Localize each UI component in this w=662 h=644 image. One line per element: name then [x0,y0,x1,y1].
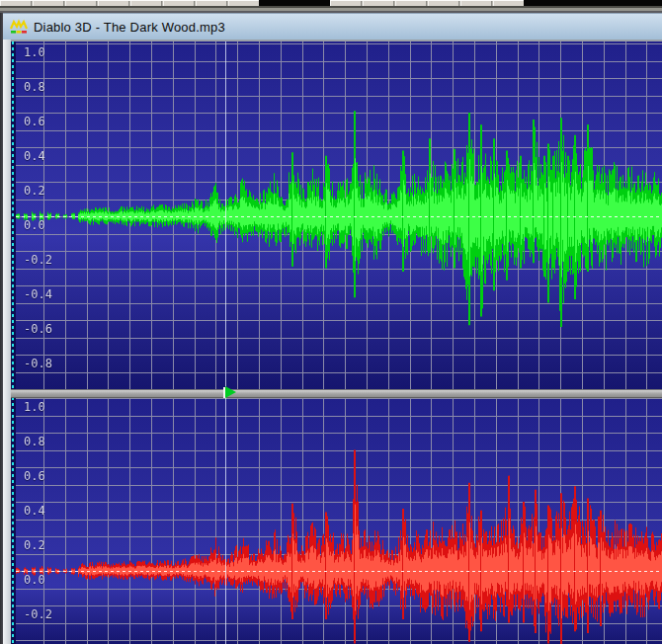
amplitude-label: -0.4 [24,288,52,301]
amplitude-label: -0.2 [24,608,52,621]
playhead-marker-icon[interactable] [225,386,236,398]
amplitude-label: 0.4 [24,505,45,518]
waveform-canvas-right-channel[interactable] [16,398,662,644]
amplitude-label: 0.0 [24,219,45,232]
window-title: Diablo 3D - The Dark Wood.mp3 [34,20,225,35]
channel-separator[interactable] [11,389,662,398]
amplitude-label: 0.8 [24,436,45,448]
amplitude-label: 0.4 [24,150,45,163]
amplitude-label: 1.0 [24,401,45,414]
amplitude-label: 0.6 [24,116,45,128]
titlebar[interactable]: Diablo 3D - The Dark Wood.mp3 [3,13,662,40]
app-icon [10,19,28,35]
amplitude-label: 0.2 [24,539,45,552]
amplitude-label: 0.0 [24,574,45,587]
amplitude-label: 1.0 [24,46,45,59]
amplitude-label: -0.6 [24,323,52,336]
amplitude-label: -0.2 [24,254,52,267]
screen: Diablo 3D - The Dark Wood.mp3 1.00.80.60… [0,0,662,644]
amplitude-label: 0.6 [24,470,45,483]
waveform-canvas-left-channel[interactable] [16,41,662,389]
amplitude-label: -0.8 [24,358,52,370]
amplitude-label: 0.8 [24,81,45,94]
waveform-panel: 1.00.80.60.40.20.0-0.2-0.4-0.6-0.81.00.8… [11,40,662,644]
playback-cursor-line [225,41,226,644]
client-edge-strip [3,40,11,644]
amplitude-label: 0.2 [24,185,45,198]
